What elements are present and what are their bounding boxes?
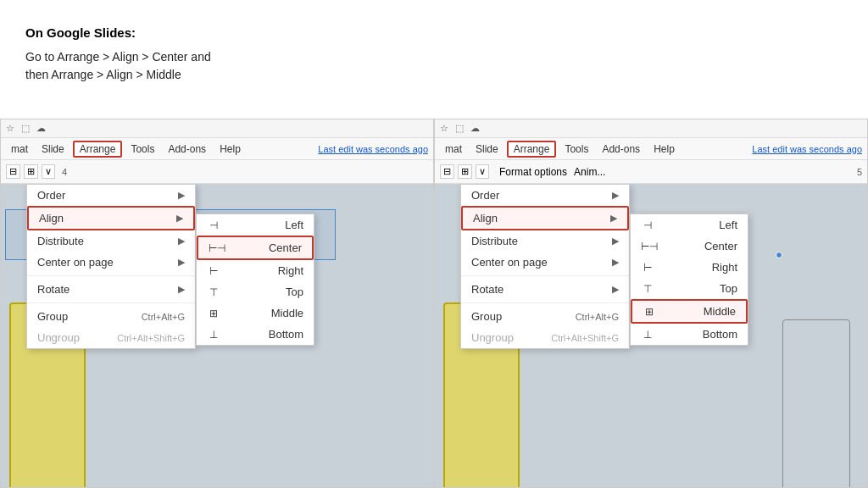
p1-toolbar-tools[interactable]: Tools <box>125 142 159 156</box>
p1-menu-rotate[interactable]: Rotate ▶ <box>27 279 195 300</box>
p2-align-bottom[interactable]: ⊥ Bottom <box>631 324 748 345</box>
p2-align-center[interactable]: ⊢⊣ Center <box>631 236 748 257</box>
instruction-line2: then Arrange > Align > Middle <box>25 68 181 81</box>
p2-align-left-label: Left <box>719 219 737 231</box>
p1-tb2-icon2: ⊞ <box>24 164 38 179</box>
p2-toolbar-tools[interactable]: Tools <box>559 142 593 156</box>
instruction-title: On Google Slides: <box>25 25 314 40</box>
p2-align-center-icon: ⊢⊣ <box>641 241 654 252</box>
p1-menu-align-label: Align <box>39 212 64 225</box>
p1-align-center[interactable]: ⊢⊣ Center <box>197 236 314 260</box>
p1-menu-distribute[interactable]: Distribute ▶ <box>27 230 195 252</box>
p1-menu-align[interactable]: Align ▶ <box>27 206 195 230</box>
p1-menu-rotate-label: Rotate <box>37 283 70 296</box>
p1-ruler-icon2: ⬚ <box>21 123 30 134</box>
p1-ruler-icon1: ☆ <box>6 123 14 134</box>
panel-2: ☆ ⬚ ☁ mat Slide Arrange Tools Add-ons He… <box>434 119 868 488</box>
p2-ruler-icon2: ⬚ <box>455 123 464 134</box>
p1-align-left-label: Left <box>285 219 303 231</box>
p1-toolbar-format[interactable]: mat <box>6 142 33 156</box>
p2-sep2 <box>461 302 629 303</box>
p2-menu-center-page[interactable]: Center on page ▶ <box>461 252 629 273</box>
p2-align-right[interactable]: ⊢ Right <box>631 257 748 278</box>
panel-1: ☆ ⬚ ☁ mat Slide Arrange Tools Add-ons He… <box>0 119 434 488</box>
p1-align-middle-icon: ⊞ <box>207 308 220 319</box>
p2-menu-center-page-label: Center on page <box>471 256 548 269</box>
p2-align-bottom-label: Bottom <box>703 328 737 341</box>
p2-menu-ungroup-label: Ungroup <box>471 331 514 344</box>
p2-align-middle-label: Middle <box>704 305 736 318</box>
p1-arrange-menu: Order ▶ Align ▶ Distribute ▶ Center on p… <box>26 184 196 349</box>
p1-align-top-label: Top <box>286 286 303 298</box>
p1-toolbar-addons[interactable]: Add-ons <box>163 142 211 156</box>
p2-toolbar-slide[interactable]: Slide <box>470 142 504 156</box>
p2-align-left-icon: ⊣ <box>641 219 654 231</box>
p2-tb2-icon3: ∨ <box>476 164 489 179</box>
p1-align-right[interactable]: ⊢ Right <box>197 260 314 281</box>
p1-align-top-icon: ⊤ <box>207 286 220 298</box>
p1-menu-ungroup[interactable]: Ungroup Ctrl+Alt+Shift+G <box>27 327 195 348</box>
instruction-area: On Google Slides: Go to Arrange > Align … <box>25 25 314 84</box>
p1-toolbar-slide[interactable]: Slide <box>36 142 70 156</box>
p1-menu-order[interactable]: Order ▶ <box>27 185 195 206</box>
p1-menu-group[interactable]: Group Ctrl+Alt+G <box>27 306 195 327</box>
p2-align-right-label: Right <box>712 261 737 274</box>
p2-tb2-icon2: ⊞ <box>458 164 472 179</box>
p1-align-right-label: Right <box>278 264 303 277</box>
p1-align-middle[interactable]: ⊞ Middle <box>197 302 314 324</box>
p2-menu-group[interactable]: Group Ctrl+Alt+G <box>461 306 629 327</box>
p2-menu-align-label: Align <box>473 212 498 225</box>
p2-menu-ungroup[interactable]: Ungroup Ctrl+Alt+Shift+G <box>461 327 629 348</box>
p1-toolbar-help[interactable]: Help <box>214 142 246 156</box>
p1-align-top[interactable]: ⊤ Top <box>197 281 314 302</box>
p1-sep1 <box>27 275 195 276</box>
p2-align-top-label: Top <box>720 282 737 295</box>
p2-sep1 <box>461 275 629 276</box>
p1-tb2-icon1: ⊟ <box>6 164 20 179</box>
p1-menu-ungroup-label: Ungroup <box>37 331 80 344</box>
p1-menu-group-label: Group <box>37 310 68 323</box>
p1-sep2 <box>27 302 195 303</box>
p1-tb2-icon3: ∨ <box>42 164 55 179</box>
p2-toolbar-help[interactable]: Help <box>648 142 680 156</box>
p1-toolbar-arrange[interactable]: Arrange <box>73 141 123 158</box>
p2-align-top[interactable]: ⊤ Top <box>631 278 748 299</box>
p2-menu-distribute-label: Distribute <box>471 235 518 247</box>
p2-tb2-icon1: ⊟ <box>440 164 454 179</box>
p1-align-right-icon: ⊢ <box>207 265 220 277</box>
p2-toolbar: mat Slide Arrange Tools Add-ons Help Las… <box>435 138 867 160</box>
p2-menu-order[interactable]: Order ▶ <box>461 185 629 206</box>
p1-menu-order-label: Order <box>37 189 65 202</box>
instruction-line1: Go to Arrange > Align > Center and <box>25 50 211 64</box>
p1-align-bottom-label: Bottom <box>269 328 303 341</box>
p2-arrange-menu: Order ▶ Align ▶ Distribute ▶ Center on p… <box>460 184 630 349</box>
p1-align-submenu: ⊣ Left ⊢⊣ Center ⊢ Right ⊤ Top ⊞ Middl <box>196 214 314 346</box>
p1-edit-info: Last edit was seconds ago <box>318 144 428 154</box>
p1-ruler-num: 4 <box>62 167 67 177</box>
p1-align-left[interactable]: ⊣ Left <box>197 214 314 236</box>
p2-ruler-icon3: ☁ <box>470 123 480 134</box>
p2-toolbar-format[interactable]: mat <box>440 142 467 156</box>
p2-align-submenu: ⊣ Left ⊢⊣ Center ⊢ Right ⊤ Top ⊞ Middl <box>630 214 748 346</box>
p2-toolbar-arrange[interactable]: Arrange <box>507 141 557 158</box>
p2-edit-info: Last edit was seconds ago <box>752 144 862 154</box>
p1-align-bottom-icon: ⊥ <box>207 329 220 341</box>
p1-toolbar: mat Slide Arrange Tools Add-ons Help Las… <box>1 138 433 160</box>
p1-menu-center-page[interactable]: Center on page ▶ <box>27 252 195 273</box>
p2-menu-distribute[interactable]: Distribute ▶ <box>461 230 629 252</box>
p2-menu-rotate[interactable]: Rotate ▶ <box>461 279 629 300</box>
p2-align-middle[interactable]: ⊞ Middle <box>631 299 748 324</box>
p2-ruler-num: 5 <box>857 167 862 177</box>
p2-animate[interactable]: Anim... <box>574 166 605 178</box>
p2-format-options[interactable]: Format options <box>499 166 567 178</box>
p2-toolbar-addons[interactable]: Add-ons <box>597 142 645 156</box>
p2-align-left[interactable]: ⊣ Left <box>631 214 748 236</box>
p1-menu-center-page-label: Center on page <box>37 256 114 269</box>
panels-container: ☆ ⬚ ☁ mat Slide Arrange Tools Add-ons He… <box>0 119 868 488</box>
p1-align-bottom[interactable]: ⊥ Bottom <box>197 324 314 345</box>
p1-align-center-label: Center <box>269 241 302 254</box>
p2-menu-align[interactable]: Align ▶ <box>461 206 629 230</box>
p2-align-middle-icon: ⊞ <box>643 306 656 318</box>
p2-align-right-icon: ⊢ <box>641 262 654 274</box>
p2-menu-order-label: Order <box>471 189 499 202</box>
